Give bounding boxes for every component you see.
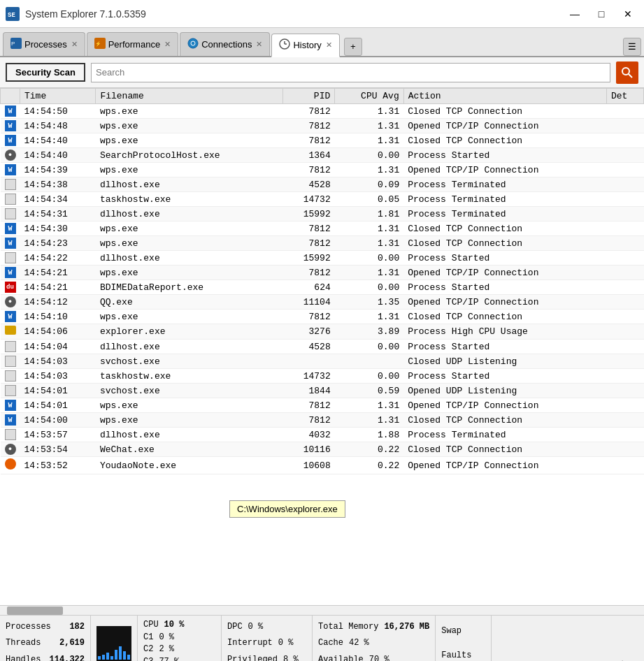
svg-text:SE: SE	[8, 12, 15, 19]
row-action: Process Started	[403, 251, 606, 266]
row-det	[606, 192, 643, 207]
tab-performance-close[interactable]: ✕	[164, 40, 171, 49]
table-row[interactable]: 14:54:03 svchost.exe Closed UDP Listenin…	[1, 354, 644, 369]
table-row[interactable]: W 14:54:30 wps.exe 7812 1.31 Closed TCP …	[1, 221, 644, 236]
row-pid: 7812	[282, 236, 334, 251]
scrollbar-thumb-x[interactable]	[7, 606, 63, 615]
row-action: Opened TCP/IP Connection	[403, 398, 606, 413]
table-row[interactable]: W 14:54:10 wps.exe 7812 1.31 Closed TCP …	[1, 310, 644, 324]
row-icon: W	[1, 413, 20, 428]
col-time[interactable]: Time	[20, 89, 96, 104]
row-pid: 624	[282, 280, 334, 295]
row-action: Closed TCP Connection	[403, 413, 606, 428]
row-filename: dllhost.exe	[96, 207, 283, 221]
cpu-value: 10 %	[164, 620, 185, 630]
table-row[interactable]: W 14:54:48 wps.exe 7812 1.31 Opened TCP/…	[1, 119, 644, 133]
c2-value: 2 %	[159, 644, 174, 654]
row-pid: 4528	[282, 340, 334, 354]
tab-menu-button[interactable]: ☰	[623, 38, 641, 56]
table-row[interactable]: 14:54:01 svchost.exe 1844 0.59 Opened UD…	[1, 384, 644, 398]
row-time: 14:54:10	[20, 310, 96, 324]
table-row[interactable]: W 14:54:21 wps.exe 7812 1.31 Opened TCP/…	[1, 266, 644, 280]
interrupt-value: 0 %	[278, 638, 294, 648]
row-time: 14:54:40	[20, 148, 96, 163]
security-scan-button[interactable]: Security Scan	[6, 63, 85, 82]
col-pid[interactable]: PID	[282, 89, 334, 104]
table-row[interactable]: 14:54:22 dllhost.exe 15992 0.00 Process …	[1, 251, 644, 266]
processes-value: 182	[69, 622, 85, 632]
tab-history-label: History	[293, 40, 321, 50]
row-filename: wps.exe	[96, 413, 283, 428]
privileged-value: 8 %	[283, 655, 299, 661]
row-pid: 10116	[282, 442, 334, 457]
table-row[interactable]: W 14:54:23 wps.exe 7812 1.31 Closed TCP …	[1, 236, 644, 251]
tab-connections[interactable]: Connections ✕	[180, 32, 270, 56]
tab-performance[interactable]: ⚡ Performance ✕	[87, 32, 178, 56]
row-icon: W	[1, 104, 20, 119]
threads-value: 2,619	[59, 638, 85, 648]
row-filename: dllhost.exe	[96, 340, 283, 354]
search-input[interactable]	[91, 63, 610, 82]
minimize-button[interactable]: —	[564, 6, 585, 22]
row-icon: ●	[1, 442, 20, 457]
table-row[interactable]: 14:53:57 dllhost.exe 4032 1.88 Process T…	[1, 428, 644, 442]
row-icon: W	[1, 266, 20, 280]
table-row[interactable]: W 14:54:01 wps.exe 7812 1.31 Opened TCP/…	[1, 398, 644, 413]
row-time: 14:54:21	[20, 266, 96, 280]
row-cpu: 0.05	[335, 192, 403, 207]
table-row[interactable]: 14:54:03 taskhostw.exe 14732 0.00 Proces…	[1, 369, 644, 384]
table-row[interactable]: 14:53:52 YoudaoNote.exe 10608 0.22 Opene…	[1, 457, 644, 474]
c3-value: 77 %	[159, 657, 179, 661]
table-row[interactable]: W 14:54:50 wps.exe 7812 1.31 Closed TCP …	[1, 104, 644, 119]
row-det	[606, 442, 643, 457]
table-row[interactable]: 14:54:06 explorer.exe 3276 3.89 Process …	[1, 324, 644, 340]
col-det[interactable]: Det	[606, 89, 643, 104]
table-scroll[interactable]: Time Filename PID CPU Avg Action Det W 1…	[0, 88, 644, 605]
row-filename: WeChat.exe	[96, 442, 283, 457]
col-action[interactable]: Action	[403, 89, 606, 104]
table-row[interactable]: 14:54:31 dllhost.exe 15992 1.81 Process …	[1, 207, 644, 221]
row-filename: wps.exe	[96, 104, 283, 119]
tab-processes-close[interactable]: ✕	[71, 40, 78, 49]
table-row[interactable]: du 14:54:21 BDIMEDataReport.exe 624 0.00…	[1, 280, 644, 295]
row-pid: 15992	[282, 251, 334, 266]
table-row[interactable]: W 14:54:39 wps.exe 7812 1.31 Opened TCP/…	[1, 163, 644, 177]
available-value: 70 %	[369, 655, 389, 661]
cache-label: Cache	[318, 638, 343, 648]
horizontal-scrollbar[interactable]	[0, 605, 644, 615]
tab-connections-close[interactable]: ✕	[256, 40, 262, 49]
row-pid: 11104	[282, 295, 334, 310]
row-filename: svchost.exe	[96, 384, 283, 398]
table-row[interactable]: 14:54:04 dllhost.exe 4528 0.00 Process S…	[1, 340, 644, 354]
tab-processes[interactable]: P Processes ✕	[3, 32, 85, 56]
close-button[interactable]: ✕	[617, 6, 638, 22]
window-controls[interactable]: — □ ✕	[564, 6, 638, 22]
table-row[interactable]: ● 14:54:40 SearchProtocolHost.exe 1364 0…	[1, 148, 644, 163]
col-filename[interactable]: Filename	[96, 89, 283, 104]
history-table: Time Filename PID CPU Avg Action Det W 1…	[0, 88, 644, 474]
status-bar: Processes 182 Threads 2,619 Handles 114,…	[0, 615, 644, 661]
table-row[interactable]: W 14:54:00 wps.exe 7812 1.31 Closed TCP …	[1, 413, 644, 428]
row-det	[606, 369, 643, 384]
table-row[interactable]: ● 14:53:54 WeChat.exe 10116 0.22 Closed …	[1, 442, 644, 457]
table-row[interactable]: 14:54:34 taskhostw.exe 14732 0.05 Proces…	[1, 192, 644, 207]
row-pid: 10608	[282, 457, 334, 474]
row-filename: wps.exe	[96, 119, 283, 133]
row-time: 14:54:38	[20, 177, 96, 192]
table-row[interactable]: 14:54:38 dllhost.exe 4528 0.09 Process T…	[1, 177, 644, 192]
table-row[interactable]: ● 14:54:12 QQ.exe 11104 1.35 Opened TCP/…	[1, 295, 644, 310]
new-tab-button[interactable]: +	[344, 38, 362, 56]
col-cpu[interactable]: CPU Avg	[335, 89, 403, 104]
row-action: Closed TCP Connection	[403, 133, 606, 148]
maximize-button[interactable]: □	[591, 6, 612, 22]
row-icon: W	[1, 398, 20, 413]
tab-history-close[interactable]: ✕	[326, 41, 332, 50]
table-row[interactable]: W 14:54:40 wps.exe 7812 1.31 Closed TCP …	[1, 133, 644, 148]
row-cpu: 0.00	[335, 369, 403, 384]
row-icon: W	[1, 221, 20, 236]
search-icon-button[interactable]	[616, 61, 638, 84]
row-time: 14:54:48	[20, 119, 96, 133]
tab-history[interactable]: History ✕	[271, 34, 339, 57]
row-action: Opened UDP Listening	[403, 384, 606, 398]
status-memory-col: Total Memory 16,276 MB Cache 42 % Availa…	[313, 616, 436, 661]
